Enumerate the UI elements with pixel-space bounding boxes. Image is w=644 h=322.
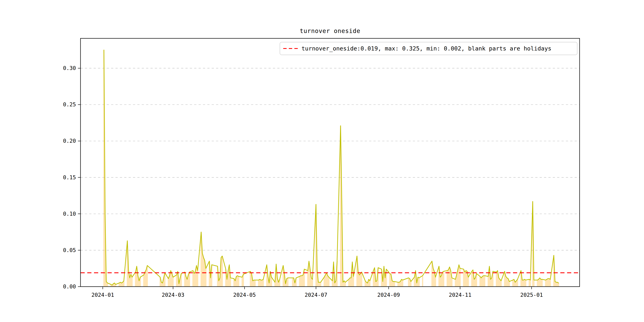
x-tick-label: 2025-01 <box>520 292 543 298</box>
figure-canvas: 0.000.050.100.150.200.250.302024-012024-… <box>0 0 644 322</box>
x-tick-label: 2024-01 <box>92 292 114 298</box>
trading-day-fill <box>143 266 148 286</box>
y-tick-label: 0.30 <box>63 65 76 71</box>
legend: turnover_oneside:0.019, max: 0.325, min:… <box>280 42 578 55</box>
x-tick-label: 2024-11 <box>449 292 472 298</box>
x-tick-label: 2024-07 <box>305 292 327 298</box>
y-tick-label: 0.00 <box>63 284 76 290</box>
trading-day-fill <box>258 279 264 286</box>
x-tick-label: 2024-09 <box>377 292 400 298</box>
trading-day-fill <box>512 279 518 286</box>
legend-label: turnover_oneside:0.019, max: 0.325, min:… <box>302 45 552 52</box>
y-tick-label: 0.15 <box>63 174 76 180</box>
trading-day-fill <box>307 261 313 286</box>
axes-spines <box>80 38 580 286</box>
x-tick-label: 2024-03 <box>162 292 184 298</box>
y-tick-label: 0.25 <box>63 101 76 108</box>
y-tick-label: 0.20 <box>63 138 76 144</box>
trading-day-fill <box>431 261 436 286</box>
trading-day-fill <box>324 273 329 286</box>
trading-day-fill <box>529 279 531 286</box>
trading-day-fill <box>422 276 423 286</box>
y-tick-label: 0.05 <box>63 247 76 253</box>
chart-title: turnover oneside <box>80 28 580 34</box>
dashed-line-legend-marker <box>283 48 298 49</box>
y-tick-label: 0.10 <box>63 211 76 217</box>
turnover-line <box>104 50 558 285</box>
trading-day-fill <box>463 269 469 286</box>
trading-day-fill <box>397 279 403 286</box>
x-tick-label: 2024-05 <box>233 292 256 298</box>
